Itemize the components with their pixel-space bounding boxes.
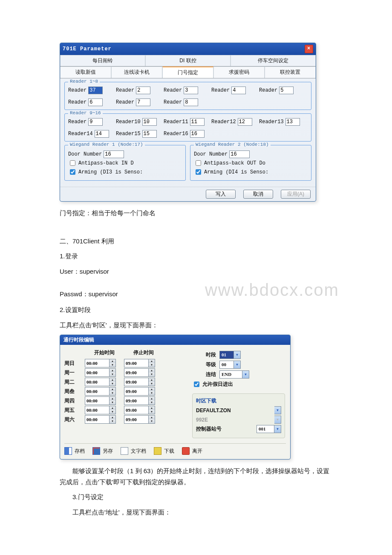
spin-up-icon[interactable]: ▲ <box>110 359 115 363</box>
spinner-buttons[interactable]: ▲▼ <box>109 415 116 424</box>
start-time-spinner[interactable]: ▲▼ <box>85 359 119 367</box>
start-time-spinner[interactable]: ▲▼ <box>85 396 119 405</box>
reader-input[interactable] <box>190 118 205 126</box>
reader-input[interactable] <box>238 118 252 126</box>
level-combo[interactable]: 00 ▼ <box>219 361 241 369</box>
spin-up-icon[interactable]: ▲ <box>149 369 155 373</box>
reader-input[interactable] <box>190 130 205 138</box>
write-button[interactable]: 写入 <box>206 190 236 199</box>
start-time-spinner[interactable]: ▲▼ <box>85 378 119 386</box>
reader-input[interactable] <box>95 130 109 138</box>
spin-down-icon[interactable]: ▼ <box>110 363 115 367</box>
stop-time-spinner[interactable]: ▲▼ <box>124 406 158 414</box>
arming-di4-checkbox[interactable] <box>196 169 201 175</box>
spin-up-icon[interactable]: ▲ <box>110 397 115 401</box>
spinner-buttons[interactable]: ▲▼ <box>109 368 116 377</box>
spin-down-icon[interactable]: ▼ <box>149 410 155 414</box>
spin-up-icon[interactable]: ▲ <box>110 378 115 382</box>
spinner-buttons[interactable]: ▲▼ <box>148 387 155 396</box>
spin-down-icon[interactable]: ▼ <box>149 401 155 405</box>
spin-down-icon[interactable]: ▼ <box>110 419 115 423</box>
spinner-buttons[interactable]: ▲▼ <box>148 378 155 386</box>
tab-door-assign[interactable]: 门号指定 <box>162 66 213 78</box>
spinner-buttons[interactable]: ▲▼ <box>148 396 155 405</box>
start-time-input[interactable] <box>85 396 109 405</box>
reader-input[interactable] <box>136 98 150 106</box>
reader-input[interactable] <box>142 118 157 126</box>
stop-time-spinner[interactable]: ▲▼ <box>124 359 158 367</box>
apply-button[interactable]: 应用(A) <box>281 190 311 199</box>
saveas-button[interactable]: 另存 <box>92 447 113 455</box>
reader-input[interactable] <box>88 98 103 106</box>
tab-daily-alarm[interactable]: 每日闹铃 <box>60 55 145 66</box>
holiday-checkbox[interactable] <box>194 382 199 387</box>
spin-up-icon[interactable]: ▲ <box>110 387 115 391</box>
exit-button[interactable]: 离开 <box>182 447 202 455</box>
tab-read-new[interactable]: 读取新值 <box>60 66 111 78</box>
stop-time-spinner[interactable]: ▲▼ <box>124 368 158 377</box>
spin-up-icon[interactable]: ▲ <box>110 406 115 410</box>
textfile-button[interactable]: 文字档 <box>121 447 146 455</box>
reader-input[interactable] <box>88 118 103 126</box>
door-number-input[interactable] <box>104 150 124 158</box>
tab-parking[interactable]: 停车空间设定 <box>231 55 316 66</box>
spin-up-icon[interactable]: ▲ <box>149 397 155 401</box>
spin-up-icon[interactable]: ▲ <box>110 369 115 373</box>
spin-down-icon[interactable]: ▼ <box>110 382 115 386</box>
start-time-input[interactable] <box>85 378 109 386</box>
spin-up-icon[interactable]: ▲ <box>149 378 155 382</box>
period-combo[interactable]: 01 ▼ <box>219 351 241 359</box>
start-time-spinner[interactable]: ▲▼ <box>85 368 119 377</box>
antipass-out-checkbox[interactable] <box>196 160 201 166</box>
reader-input[interactable] <box>88 87 103 94</box>
start-time-spinner[interactable]: ▲▼ <box>85 406 119 414</box>
stop-time-input[interactable] <box>124 378 148 386</box>
tz-device-combo[interactable]: ▼ <box>274 416 281 424</box>
spin-up-icon[interactable]: ▲ <box>149 406 155 410</box>
start-time-spinner[interactable]: ▲▼ <box>85 415 119 424</box>
spin-down-icon[interactable]: ▼ <box>110 401 115 405</box>
stop-time-input[interactable] <box>124 396 148 405</box>
stop-time-spinner[interactable]: ▲▼ <box>124 415 158 424</box>
start-time-input[interactable] <box>85 387 109 396</box>
stop-time-spinner[interactable]: ▲▼ <box>124 387 158 396</box>
spinner-buttons[interactable]: ▲▼ <box>109 378 116 386</box>
spinner-buttons[interactable]: ▲▼ <box>148 368 155 377</box>
spin-up-icon[interactable]: ▲ <box>110 416 115 419</box>
stop-time-input[interactable] <box>124 406 148 414</box>
reader-input[interactable] <box>285 118 300 126</box>
reader-input[interactable] <box>142 130 157 138</box>
tab-linkage-device[interactable]: 联控装置 <box>265 66 316 78</box>
stop-time-input[interactable] <box>124 359 148 367</box>
door-number-input[interactable] <box>229 150 250 158</box>
spinner-buttons[interactable]: ▲▼ <box>109 406 116 414</box>
spin-up-icon[interactable]: ▲ <box>149 359 155 363</box>
reader-input[interactable] <box>184 98 198 106</box>
start-time-spinner[interactable]: ▲▼ <box>85 387 119 396</box>
stop-time-input[interactable] <box>124 368 148 377</box>
spinner-buttons[interactable]: ▲▼ <box>109 396 116 405</box>
spin-down-icon[interactable]: ▼ <box>110 391 115 395</box>
spinner-buttons[interactable]: ▲▼ <box>109 359 116 367</box>
cancel-button[interactable]: 取消 <box>243 190 273 199</box>
arming-di3-checkbox[interactable] <box>70 169 75 175</box>
spin-down-icon[interactable]: ▼ <box>149 382 155 386</box>
tab-rescue-code[interactable]: 求援密码 <box>213 66 265 78</box>
spinner-buttons[interactable]: ▲▼ <box>148 415 155 424</box>
reader-input[interactable] <box>279 87 294 94</box>
save-button[interactable]: 存档 <box>64 447 85 455</box>
spin-down-icon[interactable]: ▼ <box>149 363 155 367</box>
spin-up-icon[interactable]: ▲ <box>149 387 155 391</box>
start-time-input[interactable] <box>85 368 109 377</box>
close-icon[interactable]: × <box>305 45 313 53</box>
tab-online-reader[interactable]: 连线读卡机 <box>111 66 162 78</box>
antipass-in-checkbox[interactable] <box>70 160 75 166</box>
spinner-buttons[interactable]: ▲▼ <box>109 387 116 396</box>
stop-time-input[interactable] <box>124 387 148 396</box>
stop-time-spinner[interactable]: ▲▼ <box>124 396 158 405</box>
stop-time-spinner[interactable]: ▲▼ <box>124 378 158 386</box>
spin-down-icon[interactable]: ▼ <box>110 373 115 376</box>
reader-input[interactable] <box>231 87 246 94</box>
tz-file-combo[interactable]: ▼ <box>274 406 281 414</box>
spin-down-icon[interactable]: ▼ <box>149 419 155 423</box>
